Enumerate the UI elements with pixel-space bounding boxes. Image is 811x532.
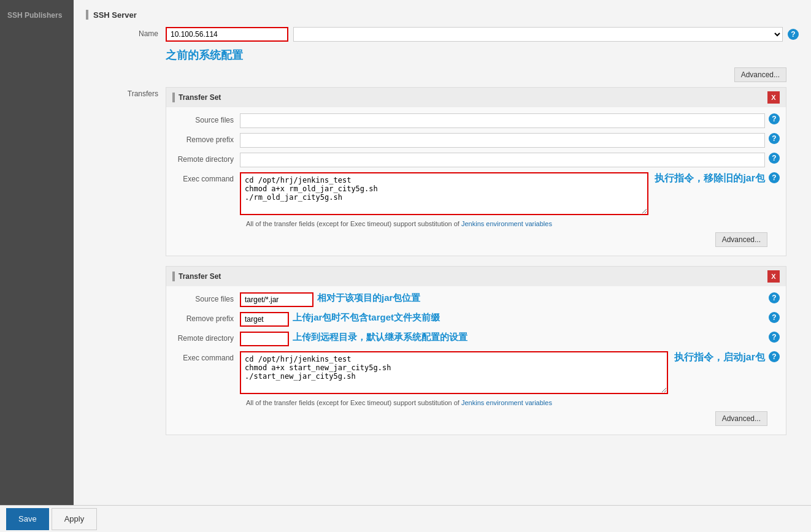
ts1-info-text-content: All of the transfer fields (except for E… [246, 220, 461, 227]
ts1-remote-dir-label: Remote directory [172, 153, 240, 164]
transfers-container: Transfer Set X Source files ? [166, 87, 799, 445]
save-button[interactable]: Save [6, 508, 49, 530]
ts2-remove-prefix-row: Remove prefix 上传jar包时不包含target文件夹前缀 ? [172, 312, 780, 327]
transfer-set-1-delete-button[interactable]: X [767, 91, 780, 104]
ts2-remote-dir-row: Remote directory 上传到远程目录，默认继承系统配置的设置 ? [172, 332, 780, 346]
main-content: SSH Server Name ? 之前的系统配置 [74, 0, 811, 532]
ts2-remove-annotation: 上传jar包时不包含target文件夹前缀 [293, 312, 765, 324]
ts1-exec-command-row: Exec command cd /opt/hrj/jenkins_test ch… [172, 172, 780, 215]
bottom-bar: Save Apply [0, 505, 811, 532]
ts2-source-files-control: 相对于该项目的jar包位置 ? [240, 292, 780, 307]
name-input[interactable] [166, 27, 288, 42]
ts1-exec-command-control: cd /opt/hrj/jenkins_test chmod a+x rm_ol… [240, 172, 780, 215]
ts2-exec-annotation: 执行指令，启动jar包 [674, 351, 765, 364]
ts1-info-link[interactable]: Jenkins environment variables [461, 220, 552, 227]
ts2-source-files-help[interactable]: ? [769, 292, 780, 303]
ts2-advanced-button[interactable]: Advanced... [715, 411, 767, 426]
ts1-remote-dir-help[interactable]: ? [769, 153, 780, 164]
ts2-source-files-input[interactable] [240, 292, 313, 307]
ts2-source-files-row: Source files 相对于该项目的jar包位置 ? [172, 292, 780, 307]
ts2-exec-command-label: Exec command [172, 351, 240, 362]
transfer-set-2-label: Transfer Set [179, 272, 221, 281]
ts1-source-files-help[interactable]: ? [769, 113, 780, 124]
name-row: ? [166, 27, 799, 42]
apply-button[interactable]: Apply [52, 508, 98, 530]
ts1-exec-command-textarea[interactable]: cd /opt/hrj/jenkins_test chmod a+x rm_ol… [240, 172, 648, 215]
section-bar [86, 10, 88, 20]
ts2-exec-row-content: cd /opt/hrj/jenkins_test chmod a+x start… [240, 351, 765, 394]
sidebar: SSH Publishers [0, 0, 74, 532]
transfer-set-1-bar [172, 93, 175, 102]
ts2-remove-prefix-label: Remove prefix [172, 312, 240, 323]
ts1-exec-command-label: Exec command [172, 172, 240, 183]
ts2-exec-help[interactable]: ? [769, 351, 780, 362]
ts1-remote-dir-row: Remote directory ? [172, 153, 780, 167]
transfer-set-1-label: Transfer Set [179, 93, 221, 102]
ts1-remove-prefix-label: Remove prefix [172, 133, 240, 144]
transfer-block-2-header: Transfer Set X [166, 267, 786, 286]
ts1-exec-row-content: cd /opt/hrj/jenkins_test chmod a+x rm_ol… [240, 172, 765, 215]
ts1-remove-prefix-row: Remove prefix ? [172, 133, 780, 148]
name-select[interactable] [293, 27, 783, 42]
ts2-info-text-content: All of the transfer fields (except for E… [246, 399, 461, 406]
ts1-info-text: All of the transfer fields (except for E… [240, 220, 780, 227]
ts1-remove-prefix-control: ? [240, 133, 780, 148]
ts2-remote-annotation: 上传到远程目录，默认继承系统配置的设置 [293, 332, 765, 343]
transfers-label: Transfers [86, 87, 166, 98]
ts2-remote-dir-control: 上传到远程目录，默认继承系统配置的设置 ? [240, 332, 780, 346]
name-annotation-row: 之前的系统配置 [86, 48, 799, 63]
top-advanced-row: Advanced... [86, 67, 799, 82]
transfer-block-2: Transfer Set X Source files 相对于该项目的jar包位… [166, 266, 786, 435]
transfer-set-2-bar [172, 272, 175, 281]
ts2-remove-prefix-help[interactable]: ? [769, 312, 780, 323]
name-annotation: 之前的系统配置 [166, 49, 243, 61]
ts2-remove-prefix-input[interactable] [240, 312, 289, 327]
ts1-exec-annotation: 执行指令，移除旧的jar包 [655, 172, 765, 185]
transfer-block-1-header: Transfer Set X [166, 88, 786, 107]
ts1-advanced-row: Advanced... [172, 232, 780, 247]
name-field-row: Name ? [86, 27, 799, 42]
name-help-icon[interactable]: ? [788, 29, 799, 40]
ts2-remote-dir-input[interactable] [240, 332, 289, 346]
ssh-server-section-header: SSH Server [86, 10, 799, 20]
ts1-source-files-control: ? [240, 113, 780, 128]
ts1-remote-dir-input[interactable] [240, 153, 765, 167]
ts1-remove-prefix-help[interactable]: ? [769, 133, 780, 144]
ts2-remote-dir-help[interactable]: ? [769, 332, 780, 343]
ts1-source-files-input[interactable] [240, 113, 765, 128]
content-area: SSH Server Name ? 之前的系统配置 [74, 0, 811, 485]
ts1-source-files-row: Source files ? [172, 113, 780, 128]
top-advanced-button[interactable]: Advanced... [734, 67, 786, 82]
transfer-set-1-title: Transfer Set [172, 93, 221, 102]
ts2-source-annotation: 相对于该项目的jar包位置 [317, 292, 765, 304]
ts2-advanced-row: Advanced... [172, 411, 780, 426]
transfer-set-1-inner: Source files ? Remove prefix ? [166, 107, 786, 256]
ts1-remove-prefix-input[interactable] [240, 133, 765, 148]
ts1-advanced-button[interactable]: Advanced... [715, 232, 767, 247]
ssh-server-title: SSH Server [93, 10, 137, 20]
ts1-exec-help[interactable]: ? [769, 172, 780, 183]
name-field-control: ? [166, 27, 799, 42]
transfer-block-1: Transfer Set X Source files ? [166, 87, 786, 256]
ts2-exec-command-control: cd /opt/hrj/jenkins_test chmod a+x start… [240, 351, 780, 394]
ts2-info-link[interactable]: Jenkins environment variables [461, 399, 552, 406]
transfer-set-2-delete-button[interactable]: X [767, 270, 780, 283]
transfer-set-2-title: Transfer Set [172, 272, 221, 281]
sidebar-title: SSH Publishers [0, 6, 74, 25]
transfers-row: Transfers Transfer Set X Source fi [86, 87, 799, 445]
ts2-exec-command-textarea[interactable]: cd /opt/hrj/jenkins_test chmod a+x start… [240, 351, 668, 394]
ts2-remove-prefix-control: 上传jar包时不包含target文件夹前缀 ? [240, 312, 780, 327]
ts2-exec-command-row: Exec command cd /opt/hrj/jenkins_test ch… [172, 351, 780, 394]
ts2-info-text: All of the transfer fields (except for E… [240, 399, 780, 406]
ts2-remote-dir-label: Remote directory [172, 332, 240, 343]
name-label: Name [86, 27, 166, 38]
ts1-source-files-label: Source files [172, 113, 240, 124]
transfer-set-2-inner: Source files 相对于该项目的jar包位置 ? Remove pref… [166, 286, 786, 435]
ts2-source-files-label: Source files [172, 292, 240, 303]
ts1-remote-dir-control: ? [240, 153, 780, 167]
